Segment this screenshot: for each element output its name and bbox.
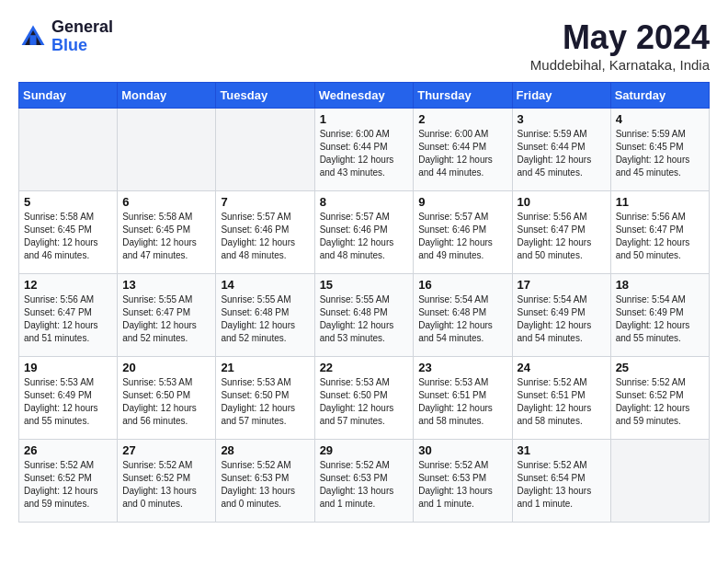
day-info: Sunrise: 5:56 AM Sunset: 6:47 PM Dayligh… [616, 211, 704, 262]
day-header-sunday: Sunday [19, 83, 118, 109]
calendar-cell: 25Sunrise: 5:52 AM Sunset: 6:52 PM Dayli… [610, 357, 709, 440]
week-row-2: 5Sunrise: 5:58 AM Sunset: 6:45 PM Daylig… [19, 191, 710, 274]
day-info: Sunrise: 5:52 AM Sunset: 6:51 PM Dayligh… [518, 376, 606, 428]
day-info: Sunrise: 5:52 AM Sunset: 6:53 PM Dayligh… [221, 459, 309, 511]
calendar-cell: 5Sunrise: 5:58 AM Sunset: 6:45 PM Daylig… [19, 191, 118, 274]
day-info: Sunrise: 5:52 AM Sunset: 6:53 PM Dayligh… [418, 459, 506, 511]
day-header-thursday: Thursday [414, 83, 512, 109]
calendar-cell [216, 109, 314, 191]
week-row-3: 12Sunrise: 5:56 AM Sunset: 6:47 PM Dayli… [19, 274, 710, 357]
calendar-cell: 1Sunrise: 6:00 AM Sunset: 6:44 PM Daylig… [314, 109, 414, 191]
day-number: 23 [418, 361, 506, 374]
calendar-cell: 9Sunrise: 5:57 AM Sunset: 6:46 PM Daylig… [414, 191, 512, 274]
day-info: Sunrise: 5:58 AM Sunset: 6:45 PM Dayligh… [122, 211, 210, 262]
day-info: Sunrise: 5:53 AM Sunset: 6:51 PM Dayligh… [418, 376, 506, 428]
day-info: Sunrise: 5:53 AM Sunset: 6:50 PM Dayligh… [320, 376, 409, 428]
calendar-cell: 8Sunrise: 5:57 AM Sunset: 6:46 PM Daylig… [314, 191, 414, 274]
logo-text: General Blue [51, 18, 113, 55]
day-info: Sunrise: 5:52 AM Sunset: 6:54 PM Dayligh… [518, 459, 606, 511]
day-header-friday: Friday [512, 83, 610, 109]
day-info: Sunrise: 5:52 AM Sunset: 6:53 PM Dayligh… [320, 459, 409, 511]
calendar-cell: 3Sunrise: 5:59 AM Sunset: 6:44 PM Daylig… [512, 109, 610, 191]
day-info: Sunrise: 5:54 AM Sunset: 6:49 PM Dayligh… [616, 293, 704, 345]
title-block: May 2024 Muddebihal, Karnataka, India [530, 18, 710, 73]
day-number: 12 [24, 278, 112, 292]
day-number: 28 [221, 443, 309, 457]
logo-blue: Blue [51, 37, 113, 55]
calendar-table: SundayMondayTuesdayWednesdayThursdayFrid… [18, 82, 710, 523]
day-info: Sunrise: 5:52 AM Sunset: 6:52 PM Dayligh… [616, 376, 704, 428]
day-number: 5 [24, 195, 112, 209]
day-info: Sunrise: 5:53 AM Sunset: 6:50 PM Dayligh… [122, 376, 210, 428]
calendar-cell [610, 440, 709, 523]
day-number: 18 [616, 278, 704, 292]
calendar-cell [118, 109, 216, 191]
day-info: Sunrise: 5:56 AM Sunset: 6:47 PM Dayligh… [24, 293, 112, 345]
week-row-5: 26Sunrise: 5:52 AM Sunset: 6:52 PM Dayli… [19, 440, 710, 523]
day-number: 11 [616, 195, 704, 209]
calendar-cell: 13Sunrise: 5:55 AM Sunset: 6:47 PM Dayli… [118, 274, 216, 357]
day-header-tuesday: Tuesday [216, 83, 314, 109]
day-number: 13 [122, 278, 210, 292]
calendar-cell: 18Sunrise: 5:54 AM Sunset: 6:49 PM Dayli… [610, 274, 709, 357]
day-info: Sunrise: 5:58 AM Sunset: 6:45 PM Dayligh… [24, 211, 112, 262]
calendar-cell: 15Sunrise: 5:55 AM Sunset: 6:48 PM Dayli… [314, 274, 414, 357]
calendar-cell: 28Sunrise: 5:52 AM Sunset: 6:53 PM Dayli… [216, 440, 314, 523]
day-number: 14 [221, 278, 309, 292]
day-info: Sunrise: 5:55 AM Sunset: 6:48 PM Dayligh… [320, 293, 409, 345]
calendar-cell: 19Sunrise: 5:53 AM Sunset: 6:49 PM Dayli… [19, 357, 118, 440]
day-header-saturday: Saturday [610, 83, 709, 109]
day-info: Sunrise: 5:55 AM Sunset: 6:47 PM Dayligh… [122, 293, 210, 345]
day-number: 19 [24, 361, 112, 374]
logo-icon [18, 22, 48, 52]
day-number: 7 [221, 195, 309, 209]
calendar-cell: 21Sunrise: 5:53 AM Sunset: 6:50 PM Dayli… [216, 357, 314, 440]
day-info: Sunrise: 5:59 AM Sunset: 6:45 PM Dayligh… [616, 128, 704, 179]
calendar-cell: 2Sunrise: 6:00 AM Sunset: 6:44 PM Daylig… [414, 109, 512, 191]
day-number: 30 [418, 443, 506, 457]
day-number: 2 [418, 112, 506, 126]
day-info: Sunrise: 5:57 AM Sunset: 6:46 PM Dayligh… [418, 211, 506, 262]
day-info: Sunrise: 6:00 AM Sunset: 6:44 PM Dayligh… [320, 128, 409, 179]
calendar-cell: 14Sunrise: 5:55 AM Sunset: 6:48 PM Dayli… [216, 274, 314, 357]
day-info: Sunrise: 6:00 AM Sunset: 6:44 PM Dayligh… [418, 128, 506, 179]
calendar-cell: 4Sunrise: 5:59 AM Sunset: 6:45 PM Daylig… [610, 109, 709, 191]
day-info: Sunrise: 5:55 AM Sunset: 6:48 PM Dayligh… [221, 293, 309, 345]
day-number: 20 [122, 361, 210, 374]
day-info: Sunrise: 5:53 AM Sunset: 6:49 PM Dayligh… [24, 376, 112, 428]
calendar-cell: 27Sunrise: 5:52 AM Sunset: 6:52 PM Dayli… [118, 440, 216, 523]
calendar-cell: 29Sunrise: 5:52 AM Sunset: 6:53 PM Dayli… [314, 440, 414, 523]
day-info: Sunrise: 5:54 AM Sunset: 6:48 PM Dayligh… [418, 293, 506, 345]
calendar-cell: 23Sunrise: 5:53 AM Sunset: 6:51 PM Dayli… [414, 357, 512, 440]
day-info: Sunrise: 5:57 AM Sunset: 6:46 PM Dayligh… [221, 211, 309, 262]
calendar-cell: 7Sunrise: 5:57 AM Sunset: 6:46 PM Daylig… [216, 191, 314, 274]
calendar-cell: 16Sunrise: 5:54 AM Sunset: 6:48 PM Dayli… [414, 274, 512, 357]
day-number: 10 [518, 195, 606, 209]
calendar-cell: 26Sunrise: 5:52 AM Sunset: 6:52 PM Dayli… [19, 440, 118, 523]
day-number: 8 [320, 195, 409, 209]
calendar-cell: 31Sunrise: 5:52 AM Sunset: 6:54 PM Dayli… [512, 440, 610, 523]
day-number: 9 [418, 195, 506, 209]
day-number: 15 [320, 278, 409, 292]
calendar-cell: 30Sunrise: 5:52 AM Sunset: 6:53 PM Dayli… [414, 440, 512, 523]
page-header: General Blue May 2024 Muddebihal, Karnat… [18, 18, 710, 73]
day-number: 4 [616, 112, 704, 126]
day-number: 26 [24, 443, 112, 457]
day-number: 27 [122, 443, 210, 457]
day-number: 25 [616, 361, 704, 374]
day-info: Sunrise: 5:54 AM Sunset: 6:49 PM Dayligh… [518, 293, 606, 345]
day-info: Sunrise: 5:56 AM Sunset: 6:47 PM Dayligh… [518, 211, 606, 262]
month-title: May 2024 [530, 18, 710, 57]
calendar-cell: 17Sunrise: 5:54 AM Sunset: 6:49 PM Dayli… [512, 274, 610, 357]
day-header-wednesday: Wednesday [314, 83, 414, 109]
day-number: 24 [518, 361, 606, 374]
calendar-cell: 20Sunrise: 5:53 AM Sunset: 6:50 PM Dayli… [118, 357, 216, 440]
calendar-cell: 11Sunrise: 5:56 AM Sunset: 6:47 PM Dayli… [610, 191, 709, 274]
calendar-cell: 24Sunrise: 5:52 AM Sunset: 6:51 PM Dayli… [512, 357, 610, 440]
day-number: 21 [221, 361, 309, 374]
day-info: Sunrise: 5:52 AM Sunset: 6:52 PM Dayligh… [122, 459, 210, 511]
day-info: Sunrise: 5:53 AM Sunset: 6:50 PM Dayligh… [221, 376, 309, 428]
svg-rect-2 [29, 35, 36, 45]
day-number: 17 [518, 278, 606, 292]
calendar-cell: 22Sunrise: 5:53 AM Sunset: 6:50 PM Dayli… [314, 357, 414, 440]
